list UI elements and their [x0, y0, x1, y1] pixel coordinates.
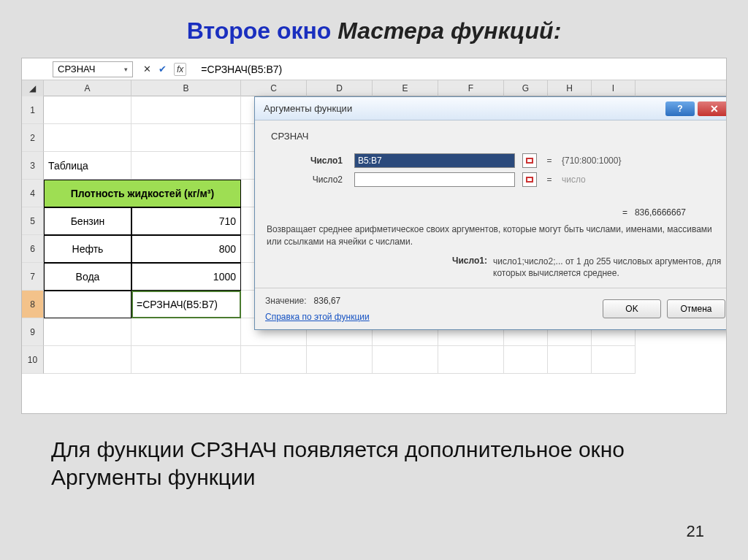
- column-headers: ◢ A B C D E F G H I: [22, 80, 726, 96]
- table-header-cell[interactable]: Плотность жидкостей (кг/м³): [44, 180, 241, 207]
- col-header[interactable]: I: [592, 80, 636, 96]
- fx-icon[interactable]: fx: [174, 63, 186, 76]
- row-header[interactable]: 7: [22, 263, 44, 291]
- row-header[interactable]: 9: [22, 318, 44, 346]
- range-select-icon[interactable]: [522, 172, 537, 187]
- col-header[interactable]: D: [307, 80, 373, 96]
- help-icon[interactable]: ?: [665, 101, 695, 116]
- accept-icon[interactable]: ✔: [159, 64, 167, 74]
- cell[interactable]: [44, 291, 131, 318]
- col-header[interactable]: C: [241, 80, 307, 96]
- row-header[interactable]: 5: [22, 207, 44, 235]
- cell[interactable]: [307, 346, 373, 374]
- help-link[interactable]: Справка по этой функции: [265, 312, 370, 322]
- formula-input[interactable]: [196, 62, 726, 77]
- result-value: 836,67: [314, 296, 341, 306]
- cell[interactable]: [548, 346, 592, 374]
- cell[interactable]: [373, 346, 438, 374]
- formula-bar-icons: ✕ ✔ fx: [133, 63, 196, 76]
- function-arguments-dialog: Аргументы функции ? ✕ СРЗНАЧ Число1 = {7…: [254, 96, 727, 330]
- formula-bar: СРЗНАЧ ▾ ✕ ✔ fx: [22, 58, 726, 80]
- row-header[interactable]: 2: [22, 124, 44, 152]
- arg1-input[interactable]: [354, 153, 515, 168]
- select-all-corner[interactable]: ◢: [22, 80, 44, 96]
- col-header[interactable]: E: [373, 80, 438, 96]
- result-preview: 836,6666667: [635, 207, 686, 218]
- row-header[interactable]: 1: [22, 96, 44, 124]
- col-header[interactable]: A: [44, 80, 131, 96]
- row-header[interactable]: 6: [22, 235, 44, 263]
- name-box-dropdown-icon[interactable]: ▾: [124, 66, 128, 73]
- col-header[interactable]: G: [504, 80, 548, 96]
- cell-value[interactable]: 710: [131, 207, 241, 235]
- cell[interactable]: [131, 152, 241, 180]
- name-box-value: СРЗНАЧ: [58, 64, 95, 74]
- function-description: Возвращает среднее арифметическое своих …: [267, 223, 724, 248]
- active-cell[interactable]: =СРЗНАЧ(B5:B7): [131, 291, 241, 318]
- range-select-icon[interactable]: [522, 153, 537, 168]
- function-name: СРЗНАЧ: [267, 128, 724, 149]
- arg1-preview: {710:800:1000}: [562, 156, 621, 166]
- slide-title-italic: Мастера функций:: [337, 18, 561, 44]
- cancel-button[interactable]: Отмена: [667, 299, 725, 318]
- cell[interactable]: [44, 346, 131, 374]
- arg2-input[interactable]: [354, 172, 515, 187]
- col-header[interactable]: B: [131, 80, 241, 96]
- cell[interactable]: [131, 96, 241, 124]
- cell[interactable]: [504, 346, 548, 374]
- result-preview-line: = 836,6666667: [267, 207, 724, 218]
- cell-name[interactable]: Бензин: [44, 207, 131, 235]
- slide-title-blue: Второе окно: [187, 18, 338, 44]
- cell[interactable]: [131, 346, 241, 374]
- cell-name[interactable]: Вода: [44, 263, 131, 291]
- arg-detail: Число1: число1;число2;... от 1 до 255 чи…: [267, 256, 724, 279]
- row-header[interactable]: 8: [22, 291, 44, 318]
- arg-detail-text: число1;число2;... от 1 до 255 числовых а…: [493, 256, 724, 279]
- cell[interactable]: [241, 346, 307, 374]
- row-header[interactable]: 10: [22, 346, 44, 374]
- cell-value[interactable]: 1000: [131, 263, 241, 291]
- cell[interactable]: [592, 346, 636, 374]
- equals-icon: =: [544, 156, 554, 166]
- cell[interactable]: [44, 124, 131, 152]
- col-header[interactable]: H: [548, 80, 592, 96]
- cell-name[interactable]: Нефть: [44, 235, 131, 263]
- value-label: Значение:: [265, 296, 307, 306]
- arg-label: Число1: [267, 156, 347, 166]
- ok-button[interactable]: OK: [603, 299, 661, 318]
- cell-value[interactable]: 800: [131, 235, 241, 263]
- row-header[interactable]: 4: [22, 180, 44, 207]
- cell[interactable]: [438, 346, 504, 374]
- cell-table-label[interactable]: Таблица: [44, 152, 131, 180]
- arg-label: Число2: [267, 174, 347, 185]
- cell[interactable]: [131, 318, 241, 346]
- dialog-titlebar[interactable]: Аргументы функции ? ✕: [255, 97, 727, 120]
- slide-title: Второе окно Мастера функций:: [20, 18, 728, 45]
- slide-caption: Для функции СРЗНАЧ появляется дополнител…: [51, 436, 697, 491]
- page-number: 21: [687, 522, 704, 541]
- close-icon[interactable]: ✕: [698, 101, 727, 116]
- col-header[interactable]: F: [438, 80, 504, 96]
- dialog-title: Аргументы функции: [259, 103, 663, 114]
- arg-detail-key: Число1:: [267, 256, 493, 279]
- cancel-icon[interactable]: ✕: [143, 64, 151, 74]
- name-box[interactable]: СРЗНАЧ ▾: [53, 61, 133, 77]
- row-header[interactable]: 3: [22, 152, 44, 180]
- excel-screenshot: СРЗНАЧ ▾ ✕ ✔ fx ◢ A B C D E F G H I: [21, 58, 727, 414]
- arg2-preview: число: [562, 174, 586, 185]
- cell[interactable]: [44, 318, 131, 346]
- cell[interactable]: [131, 124, 241, 152]
- cell[interactable]: [44, 96, 131, 124]
- equals-icon: =: [544, 174, 554, 185]
